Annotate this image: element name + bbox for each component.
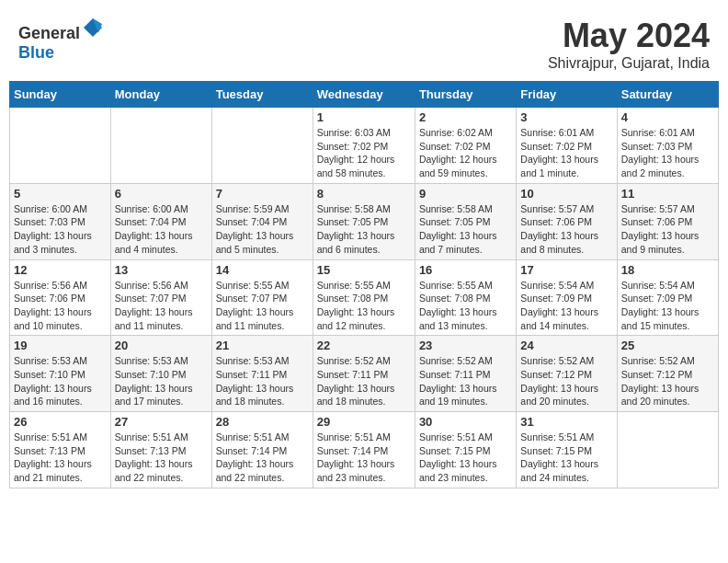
day-number: 7 bbox=[216, 187, 309, 201]
day-number: 26 bbox=[14, 415, 107, 429]
day-info: Sunrise: 5:51 AMSunset: 7:14 PMDaylight:… bbox=[317, 431, 411, 485]
day-info: Sunrise: 6:01 AMSunset: 7:03 PMDaylight:… bbox=[621, 126, 714, 180]
calendar-header-row: SundayMondayTuesdayWednesdayThursdayFrid… bbox=[10, 82, 719, 108]
calendar-cell: 11Sunrise: 5:57 AMSunset: 7:06 PMDayligh… bbox=[617, 183, 718, 259]
day-number: 27 bbox=[115, 415, 208, 429]
day-info: Sunrise: 5:58 AMSunset: 7:05 PMDaylight:… bbox=[419, 202, 512, 257]
logo-general: General bbox=[18, 24, 80, 42]
calendar-cell: 26Sunrise: 5:51 AMSunset: 7:13 PMDayligh… bbox=[10, 412, 111, 488]
calendar: SundayMondayTuesdayWednesdayThursdayFrid… bbox=[9, 81, 719, 488]
day-number: 12 bbox=[14, 263, 107, 277]
day-number: 9 bbox=[419, 187, 512, 201]
calendar-cell: 9Sunrise: 5:58 AMSunset: 7:05 PMDaylight… bbox=[415, 183, 516, 259]
logo-blue: Blue bbox=[18, 43, 54, 62]
day-info: Sunrise: 5:52 AMSunset: 7:12 PMDaylight:… bbox=[520, 354, 612, 408]
calendar-cell: 27Sunrise: 5:51 AMSunset: 7:13 PMDayligh… bbox=[110, 412, 211, 488]
day-info: Sunrise: 5:51 AMSunset: 7:13 PMDaylight:… bbox=[14, 431, 107, 485]
calendar-cell: 10Sunrise: 5:57 AMSunset: 7:06 PMDayligh… bbox=[517, 183, 617, 259]
day-info: Sunrise: 5:59 AMSunset: 7:04 PMDaylight:… bbox=[216, 202, 309, 257]
calendar-week-row: 19Sunrise: 5:53 AMSunset: 7:10 PMDayligh… bbox=[10, 336, 719, 412]
calendar-cell: 13Sunrise: 5:56 AMSunset: 7:07 PMDayligh… bbox=[110, 259, 211, 336]
calendar-week-row: 1Sunrise: 6:03 AMSunset: 7:02 PMDaylight… bbox=[10, 108, 719, 184]
day-info: Sunrise: 6:00 AMSunset: 7:04 PMDaylight:… bbox=[115, 202, 208, 257]
title-area: May 2024 Shivrajpur, Gujarat, India bbox=[548, 17, 710, 72]
day-number: 25 bbox=[621, 339, 714, 352]
day-number: 17 bbox=[520, 263, 612, 277]
day-info: Sunrise: 5:55 AMSunset: 7:08 PMDaylight:… bbox=[317, 279, 411, 333]
day-info: Sunrise: 5:51 AMSunset: 7:15 PMDaylight:… bbox=[520, 431, 612, 485]
calendar-cell bbox=[617, 412, 718, 488]
day-info: Sunrise: 5:51 AMSunset: 7:13 PMDaylight:… bbox=[115, 431, 208, 485]
day-info: Sunrise: 5:58 AMSunset: 7:05 PMDaylight:… bbox=[317, 202, 411, 257]
calendar-cell: 30Sunrise: 5:51 AMSunset: 7:15 PMDayligh… bbox=[415, 412, 516, 488]
day-number: 4 bbox=[621, 110, 714, 124]
calendar-body: 1Sunrise: 6:03 AMSunset: 7:02 PMDaylight… bbox=[10, 108, 719, 488]
calendar-cell bbox=[10, 108, 111, 184]
day-info: Sunrise: 6:01 AMSunset: 7:02 PMDaylight:… bbox=[520, 126, 612, 180]
calendar-cell: 25Sunrise: 5:52 AMSunset: 7:12 PMDayligh… bbox=[617, 336, 718, 412]
calendar-cell: 29Sunrise: 5:51 AMSunset: 7:14 PMDayligh… bbox=[313, 412, 415, 488]
calendar-week-row: 26Sunrise: 5:51 AMSunset: 7:13 PMDayligh… bbox=[10, 412, 719, 488]
calendar-header-cell: Sunday bbox=[10, 82, 111, 108]
calendar-cell: 8Sunrise: 5:58 AMSunset: 7:05 PMDaylight… bbox=[313, 183, 415, 259]
day-info: Sunrise: 6:03 AMSunset: 7:02 PMDaylight:… bbox=[317, 126, 411, 180]
day-info: Sunrise: 5:51 AMSunset: 7:14 PMDaylight:… bbox=[216, 431, 309, 485]
calendar-cell: 1Sunrise: 6:03 AMSunset: 7:02 PMDaylight… bbox=[313, 108, 415, 184]
calendar-cell bbox=[211, 108, 313, 184]
day-number: 20 bbox=[115, 339, 208, 352]
day-info: Sunrise: 5:52 AMSunset: 7:11 PMDaylight:… bbox=[317, 354, 411, 408]
day-number: 19 bbox=[14, 339, 107, 352]
day-number: 1 bbox=[317, 110, 411, 124]
calendar-cell: 5Sunrise: 6:00 AMSunset: 7:03 PMDaylight… bbox=[10, 183, 111, 259]
day-info: Sunrise: 5:53 AMSunset: 7:10 PMDaylight:… bbox=[115, 354, 208, 408]
day-number: 8 bbox=[317, 187, 411, 201]
logo: General Blue bbox=[18, 17, 104, 63]
day-number: 2 bbox=[419, 110, 512, 124]
calendar-cell: 24Sunrise: 5:52 AMSunset: 7:12 PMDayligh… bbox=[517, 336, 617, 412]
day-info: Sunrise: 5:52 AMSunset: 7:12 PMDaylight:… bbox=[621, 354, 714, 408]
calendar-week-row: 12Sunrise: 5:56 AMSunset: 7:06 PMDayligh… bbox=[10, 259, 719, 336]
day-number: 29 bbox=[317, 415, 411, 429]
calendar-header-cell: Thursday bbox=[415, 82, 516, 108]
day-info: Sunrise: 5:56 AMSunset: 7:07 PMDaylight:… bbox=[115, 279, 208, 333]
day-number: 14 bbox=[216, 263, 309, 277]
calendar-header-cell: Wednesday bbox=[313, 82, 415, 108]
day-info: Sunrise: 5:56 AMSunset: 7:06 PMDaylight:… bbox=[14, 279, 107, 333]
day-info: Sunrise: 5:53 AMSunset: 7:10 PMDaylight:… bbox=[14, 354, 107, 408]
day-number: 24 bbox=[520, 339, 612, 352]
calendar-header-cell: Tuesday bbox=[211, 82, 313, 108]
calendar-cell: 18Sunrise: 5:54 AMSunset: 7:09 PMDayligh… bbox=[617, 259, 718, 336]
calendar-cell: 7Sunrise: 5:59 AMSunset: 7:04 PMDaylight… bbox=[211, 183, 313, 259]
calendar-cell: 21Sunrise: 5:53 AMSunset: 7:11 PMDayligh… bbox=[211, 336, 313, 412]
calendar-week-row: 5Sunrise: 6:00 AMSunset: 7:03 PMDaylight… bbox=[10, 183, 719, 259]
calendar-cell: 12Sunrise: 5:56 AMSunset: 7:06 PMDayligh… bbox=[10, 259, 111, 336]
day-info: Sunrise: 5:57 AMSunset: 7:06 PMDaylight:… bbox=[621, 202, 714, 257]
day-info: Sunrise: 6:02 AMSunset: 7:02 PMDaylight:… bbox=[419, 126, 512, 180]
main-title: May 2024 bbox=[548, 17, 710, 55]
logo-icon bbox=[82, 17, 104, 39]
day-number: 13 bbox=[115, 263, 208, 277]
day-info: Sunrise: 6:00 AMSunset: 7:03 PMDaylight:… bbox=[14, 202, 107, 257]
calendar-header-cell: Saturday bbox=[617, 82, 718, 108]
day-info: Sunrise: 5:54 AMSunset: 7:09 PMDaylight:… bbox=[621, 279, 714, 333]
day-number: 30 bbox=[419, 415, 512, 429]
day-info: Sunrise: 5:51 AMSunset: 7:15 PMDaylight:… bbox=[419, 431, 512, 485]
calendar-cell: 23Sunrise: 5:52 AMSunset: 7:11 PMDayligh… bbox=[415, 336, 516, 412]
calendar-cell: 31Sunrise: 5:51 AMSunset: 7:15 PMDayligh… bbox=[517, 412, 617, 488]
calendar-cell: 4Sunrise: 6:01 AMSunset: 7:03 PMDaylight… bbox=[617, 108, 718, 184]
calendar-cell: 22Sunrise: 5:52 AMSunset: 7:11 PMDayligh… bbox=[313, 336, 415, 412]
calendar-cell: 15Sunrise: 5:55 AMSunset: 7:08 PMDayligh… bbox=[313, 259, 415, 336]
day-info: Sunrise: 5:54 AMSunset: 7:09 PMDaylight:… bbox=[520, 279, 612, 333]
day-number: 22 bbox=[317, 339, 411, 352]
calendar-cell: 19Sunrise: 5:53 AMSunset: 7:10 PMDayligh… bbox=[10, 336, 111, 412]
calendar-cell bbox=[110, 108, 211, 184]
day-number: 10 bbox=[520, 187, 612, 201]
day-info: Sunrise: 5:52 AMSunset: 7:11 PMDaylight:… bbox=[419, 354, 512, 408]
calendar-header-cell: Friday bbox=[517, 82, 617, 108]
calendar-header-cell: Monday bbox=[110, 82, 211, 108]
day-number: 11 bbox=[621, 187, 714, 201]
day-info: Sunrise: 5:55 AMSunset: 7:07 PMDaylight:… bbox=[216, 279, 309, 333]
subtitle: Shivrajpur, Gujarat, India bbox=[548, 55, 710, 72]
day-number: 3 bbox=[520, 110, 612, 124]
day-number: 28 bbox=[216, 415, 309, 429]
